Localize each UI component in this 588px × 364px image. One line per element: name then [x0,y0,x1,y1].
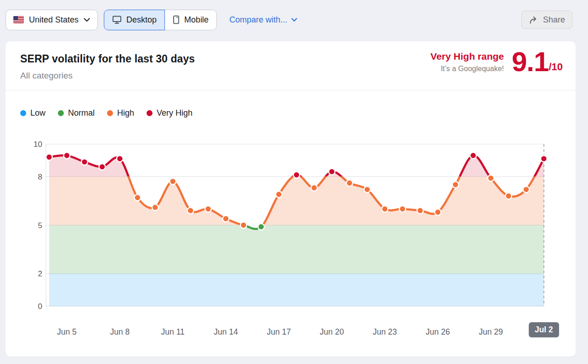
data-point-marker[interactable] [276,191,282,198]
data-point-marker[interactable] [382,206,388,212]
data-point-marker[interactable] [205,206,211,212]
data-point-marker[interactable] [346,180,353,186]
legend-item-very-high[interactable]: Very High [147,108,192,118]
zone-band [46,177,544,225]
compare-with-label: Compare with... [229,15,287,25]
monitor-icon [112,15,122,24]
country-selector[interactable]: United States [6,10,98,30]
legend-dot-normal [58,110,64,116]
data-point-marker[interactable] [452,181,459,188]
legend-label-high: High [117,108,134,118]
data-point-marker[interactable] [64,152,70,159]
x-tick-label: Jun 14 [214,327,238,337]
x-tick-label: Jun 5 [57,327,77,337]
y-tick-label: 2 [38,269,42,278]
top-toolbar: United States Desktop Mobile Compare wit… [0,0,588,30]
compare-with-dropdown[interactable]: Compare with... [229,15,297,25]
data-point-marker[interactable] [187,207,194,214]
share-arrow-icon [529,16,538,24]
data-point-marker[interactable] [223,215,229,222]
data-point-marker[interactable] [523,186,530,193]
chart-legend: Low Normal High Very High [20,108,192,118]
x-tick-label: Jun 17 [267,327,291,337]
x-tick-label: Jun 29 [479,327,503,337]
mobile-tab[interactable]: Mobile [164,10,217,30]
y-tick-label: 5 [38,221,42,230]
legend-label-very-high: Very High [157,108,192,118]
data-point-marker[interactable] [170,178,176,185]
data-point-marker[interactable] [117,156,123,162]
score-value: 9.1 [512,49,548,74]
y-tick-label: 8 [38,173,42,181]
volatility-chart[interactable]: 025810 Jun 5Jun 8Jun 11Jun 14Jun 17Jun 2… [6,136,576,347]
data-point-marker[interactable] [99,164,105,170]
data-point-marker[interactable] [541,156,547,162]
x-tick-label: Jun 8 [110,327,130,337]
legend-item-normal[interactable]: Normal [58,108,95,118]
chart-canvas[interactable]: 025810 [6,136,576,347]
x-tick-label: Jun 26 [426,327,450,337]
x-tick-label: Jun 11 [161,327,185,337]
legend-item-low[interactable]: Low [20,108,45,118]
desktop-tab-label: Desktop [126,15,157,25]
share-label: Share [543,15,565,25]
data-point-marker[interactable] [328,168,335,175]
data-point-marker[interactable] [399,206,406,212]
legend-label-normal: Normal [68,108,95,118]
zone-band [46,274,544,306]
data-point-marker[interactable] [152,204,158,211]
y-tick-label: 0 [38,302,42,311]
mobile-tab-label: Mobile [184,15,209,25]
card-header: SERP volatility for the last 30 days All… [6,41,576,90]
legend-label-low: Low [30,108,45,118]
desktop-tab[interactable]: Desktop [104,10,165,30]
data-point-marker[interactable] [364,186,370,193]
data-point-marker[interactable] [311,185,317,191]
device-toggle: Desktop Mobile [104,10,217,30]
score-denominator: /10 [548,61,563,73]
data-point-marker[interactable] [505,193,512,199]
serp-volatility-card: SERP volatility for the last 30 days All… [6,41,576,357]
country-label: United States [29,15,79,25]
data-point-marker[interactable] [46,154,52,160]
zone-band [46,225,544,274]
data-point-marker[interactable] [258,224,265,230]
score-caption: It’s a Googlequake! [430,65,504,73]
x-tick-current-day: Jul 2 [529,322,559,337]
share-button[interactable]: Share [521,11,572,29]
data-point-marker[interactable] [294,172,300,178]
score-range-label: Very High range [430,51,504,62]
data-point-marker[interactable] [488,175,494,181]
y-tick-label: 10 [34,140,42,149]
chevron-down-icon [291,18,297,22]
data-point-marker[interactable] [81,159,88,165]
legend-dot-very-high [147,110,153,116]
legend-dot-low [20,110,26,116]
legend-dot-high [107,110,113,116]
data-point-marker[interactable] [134,195,141,201]
us-flag-icon [13,16,24,23]
volatility-score: Very High range It’s a Googlequake! 9.1 … [430,49,563,74]
chevron-down-icon [84,18,90,22]
data-point-marker[interactable] [470,152,476,159]
smartphone-icon [173,15,180,24]
data-point-marker[interactable] [417,207,424,214]
data-point-marker[interactable] [240,222,247,229]
legend-item-high[interactable]: High [107,108,134,118]
x-tick-label: Jun 20 [320,327,344,337]
data-point-marker[interactable] [435,209,441,215]
x-tick-label: Jun 23 [373,327,397,337]
